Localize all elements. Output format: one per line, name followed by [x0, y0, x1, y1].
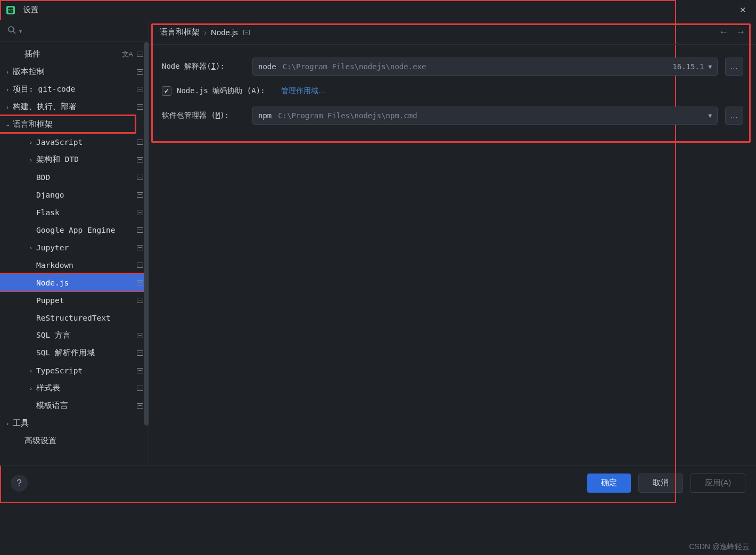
manage-scope-link[interactable]: 管理作用域…: [281, 86, 326, 96]
sidebar-item-label: 架构和 DTD: [36, 154, 135, 165]
chevron-icon: ›: [3, 420, 12, 427]
node-interpreter-label: Node 解释器(I):: [162, 62, 245, 71]
sidebar-item-label: 高级设置: [24, 436, 141, 446]
sidebar-item-jupyter[interactable]: ›Jupyter: [0, 239, 149, 256]
sidebar-item-label: 语言和框架: [13, 119, 141, 129]
sidebar-item--dtd[interactable]: ›架构和 DTD: [0, 151, 149, 168]
coding-assist-row: Node.js 编码协助 (A): 管理作用域…: [162, 86, 743, 96]
sidebar-item-label: JavaScript: [36, 138, 135, 146]
sidebar-scrollbar[interactable]: [144, 42, 149, 466]
close-icon[interactable]: ✕: [735, 3, 751, 17]
sidebar-item-label: 插件: [24, 49, 120, 59]
chevron-icon: ⌄: [3, 121, 12, 128]
sidebar-item-flask[interactable]: Flask: [0, 203, 149, 221]
sidebar-item--[interactable]: ›版本控制: [0, 63, 149, 80]
interpreter-kind: node: [258, 62, 276, 71]
breadcrumb-leaf: Node.js: [211, 28, 238, 37]
settings-sidebar: ▾ 插件文A›版本控制›项目: git-code›构建、执行、部署⌄语言和框架›…: [0, 20, 149, 466]
sidebar-item-label: SQL 方言: [36, 330, 135, 340]
project-scope-icon: [243, 28, 250, 37]
project-scope-icon: [137, 333, 143, 338]
sidebar-item-puppet[interactable]: Puppet: [0, 291, 149, 309]
sidebar-item-javascript[interactable]: ›JavaScript: [0, 133, 149, 151]
sidebar-item-label: Puppet: [36, 296, 135, 305]
chevron-down-icon: ▾: [19, 28, 22, 34]
apply-button[interactable]: 应用(A): [691, 474, 745, 493]
sidebar-item--[interactable]: 插件文A: [0, 45, 149, 63]
chevron-icon: ›: [27, 385, 35, 391]
sidebar-item-sql-[interactable]: SQL 方言: [0, 327, 149, 344]
sidebar-item-label: BDD: [36, 173, 135, 182]
svg-line-4: [13, 31, 15, 34]
chevron-down-icon: ▼: [708, 112, 712, 119]
pkg-manager-browse-button[interactable]: ...: [725, 107, 743, 125]
chevron-icon: ›: [3, 69, 12, 75]
settings-main: 语言和框架 › Node.js ← → Node 解释器(I): node C:…: [149, 20, 756, 466]
project-scope-icon: [137, 298, 143, 303]
sidebar-item--[interactable]: 模板语言: [0, 397, 149, 414]
interpreter-path: C:\Program Files\nodejs\node.exe: [283, 62, 673, 71]
sidebar-item-label: 版本控制: [13, 67, 135, 77]
breadcrumb: 语言和框架 › Node.js ← →: [149, 20, 756, 45]
interpreter-browse-button[interactable]: ...: [725, 58, 743, 76]
project-scope-icon: [137, 210, 143, 215]
sidebar-item-sql-[interactable]: SQL 解析作用域: [0, 344, 149, 362]
sidebar-item-bdd[interactable]: BDD: [0, 168, 149, 186]
sidebar-item-label: Google App Engine: [36, 226, 135, 234]
chevron-icon: ›: [27, 368, 35, 374]
sidebar-item--git-code[interactable]: ›项目: git-code: [0, 80, 149, 98]
sidebar-item--[interactable]: ›样式表: [0, 379, 149, 397]
chevron-icon: ›: [27, 139, 35, 145]
sidebar-item-label: SQL 解析作用域: [36, 348, 135, 358]
search-row[interactable]: ▾: [0, 20, 149, 42]
chevron-down-icon: ▼: [708, 63, 712, 70]
sidebar-item-markdown[interactable]: Markdown: [0, 256, 149, 274]
pkg-manager-kind: npm: [258, 111, 272, 120]
sidebar-item--[interactable]: ›构建、执行、部署: [0, 98, 149, 116]
sidebar-item--[interactable]: ›工具: [0, 414, 149, 432]
package-manager-row: 软件包管理器 (M): npm C:\Program Files\nodejs\…: [162, 107, 743, 125]
package-manager-label: 软件包管理器 (M):: [162, 111, 245, 120]
sidebar-item-label: Node.js: [36, 279, 135, 287]
chevron-icon: ›: [3, 104, 12, 110]
project-scope-icon: [137, 104, 143, 110]
coding-assist-checkbox[interactable]: [162, 86, 171, 96]
project-scope-icon: [137, 245, 143, 250]
sidebar-item-label: Jupyter: [36, 243, 135, 252]
project-scope-icon: [137, 368, 143, 373]
sidebar-item-label: Django: [36, 191, 135, 199]
nav-forward-icon[interactable]: →: [736, 27, 745, 38]
chevron-icon: ›: [3, 86, 12, 93]
node-interpreter-dropdown[interactable]: node C:\Program Files\nodejs\node.exe 16…: [252, 58, 718, 76]
sidebar-item--[interactable]: ⌄语言和框架: [0, 116, 149, 133]
sidebar-item-django[interactable]: Django: [0, 186, 149, 203]
project-scope-icon: [137, 69, 143, 75]
sidebar-item-label: Markdown: [36, 261, 135, 270]
nav-back-icon[interactable]: ←: [719, 27, 728, 38]
sidebar-item--[interactable]: 高级设置: [0, 432, 149, 450]
sidebar-item-label: 构建、执行、部署: [13, 102, 135, 112]
package-manager-dropdown[interactable]: npm C:\Program Files\nodejs\npm.cmd ▼: [252, 107, 718, 125]
project-scope-icon: [137, 227, 143, 233]
svg-point-3: [9, 27, 14, 32]
sidebar-item-label: 样式表: [36, 383, 135, 393]
project-scope-icon: [137, 263, 143, 268]
project-scope-icon: [137, 280, 143, 285]
sidebar-item-node-js[interactable]: Node.js: [0, 274, 149, 291]
sidebar-item-google-app-engine[interactable]: Google App Engine: [0, 221, 149, 239]
sidebar-scrollbar-thumb[interactable]: [144, 42, 149, 426]
chevron-icon: ›: [27, 244, 35, 251]
sidebar-item-label: ReStructuredText: [36, 314, 141, 322]
project-scope-icon: [137, 192, 143, 198]
sidebar-item-restructuredtext[interactable]: ReStructuredText: [0, 309, 149, 327]
sidebar-item-label: 工具: [13, 418, 141, 428]
language-icon: 文A: [122, 50, 133, 59]
breadcrumb-root[interactable]: 语言和框架: [160, 27, 200, 37]
project-scope-icon: [137, 403, 143, 409]
sidebar-item-label: 项目: git-code: [13, 84, 135, 94]
sidebar-item-typescript[interactable]: ›TypeScript: [0, 362, 149, 379]
pkg-manager-path: C:\Program Files\nodejs\npm.cmd: [278, 111, 708, 120]
settings-tree: 插件文A›版本控制›项目: git-code›构建、执行、部署⌄语言和框架›Ja…: [0, 42, 149, 466]
chevron-icon: ›: [27, 157, 35, 163]
breadcrumb-sep: ›: [204, 28, 207, 37]
